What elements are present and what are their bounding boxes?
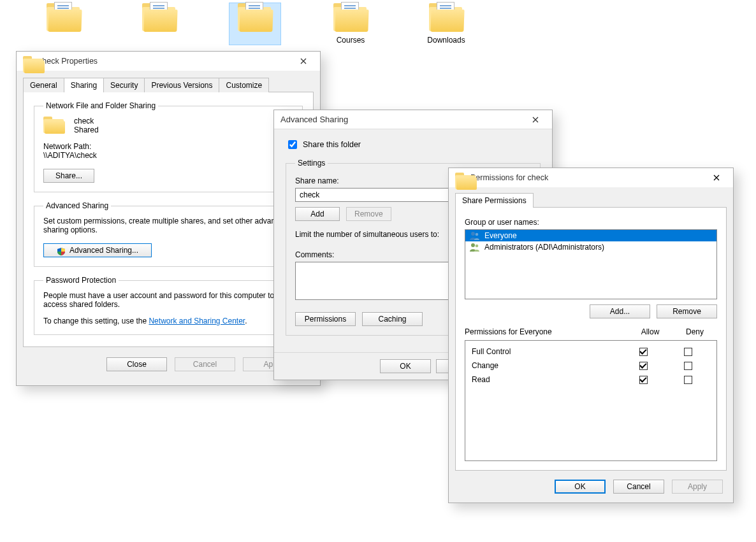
group-legend: Password Protection (43, 276, 119, 285)
titlebar[interactable]: check Properties (17, 52, 320, 71)
share-state-text: Shared (74, 125, 99, 134)
network-path-label: Network Path: (43, 142, 293, 151)
password-protection-group: Password Protection People must have a u… (34, 276, 303, 335)
permissions-dialog: Permissions for check Share Permissions … (448, 168, 734, 503)
folder-icon (43, 117, 65, 134)
password-text: People must have a user account and pass… (43, 291, 293, 309)
permissions-for-label: Permissions for Everyone (465, 327, 628, 336)
folder-icon (333, 3, 368, 32)
tab-share-permissions[interactable]: Share Permissions (455, 193, 534, 208)
period: . (245, 317, 247, 325)
window-title: check Properties (38, 57, 291, 66)
add-user-button[interactable]: Add... (590, 304, 650, 318)
allow-column-header: Allow (628, 327, 672, 336)
user-list[interactable]: Everyone Administrators (ADI\Administrat… (465, 229, 717, 299)
deny-checkbox[interactable] (684, 348, 692, 356)
add-share-button[interactable]: Add (295, 207, 340, 221)
network-path-value: \\ADITYA\check (43, 151, 293, 160)
group-legend: Advanced Sharing (43, 201, 111, 210)
user-name: Everyone (484, 231, 517, 240)
ok-button[interactable]: OK (555, 480, 606, 494)
users-icon (469, 243, 481, 252)
share-this-folder-checkbox[interactable]: Share this folder (286, 138, 541, 151)
permission-row: Read (472, 373, 710, 387)
deny-checkbox[interactable] (684, 376, 692, 384)
share-this-folder-input[interactable] (288, 140, 297, 149)
user-row[interactable]: Everyone (465, 230, 716, 241)
remove-share-button[interactable]: Remove (346, 207, 391, 221)
titlebar[interactable]: Permissions for check (449, 168, 733, 187)
group-user-names-label: Group or user names: (465, 218, 717, 227)
share-name-text: check (74, 117, 99, 125)
window-title: Advanced Sharing (280, 115, 523, 124)
permission-label: Read (472, 375, 621, 384)
folder-icon (47, 3, 82, 32)
caching-button[interactable]: Caching (362, 312, 423, 326)
tab-previous-versions[interactable]: Previous Versions (144, 78, 219, 92)
folder-icon (23, 56, 33, 66)
group-legend: Network File and Folder Sharing (43, 101, 158, 110)
network-sharing-group: Network File and Folder Sharing check Sh… (34, 101, 303, 192)
close-button[interactable]: Close (106, 357, 167, 371)
close-button[interactable] (523, 113, 548, 127)
share-button[interactable]: Share... (43, 169, 94, 183)
folder-label: Downloads (427, 36, 465, 45)
folder-item[interactable]: Courses (325, 3, 376, 45)
window-title: Permissions for check (470, 173, 704, 182)
tab-sharing[interactable]: Sharing (64, 78, 104, 92)
allow-checkbox[interactable] (639, 362, 648, 370)
cancel-button[interactable]: Cancel (175, 357, 235, 371)
advanced-sharing-button[interactable]: Advanced Sharing... (43, 243, 152, 257)
allow-checkbox[interactable] (639, 376, 648, 384)
desktop-folders: Courses Downloads (38, 3, 472, 45)
folder-item[interactable] (134, 3, 185, 45)
cancel-button[interactable]: Cancel (613, 480, 664, 494)
password-change-text: To change this setting, use the (43, 317, 149, 325)
apply-button[interactable]: Apply (672, 480, 723, 494)
folder-item[interactable]: Downloads (421, 3, 472, 45)
remove-user-button[interactable]: Remove (657, 304, 717, 318)
folder-label: Courses (337, 36, 365, 45)
tab-panel-sharing: Network File and Folder Sharing check Sh… (23, 92, 314, 347)
tab-security[interactable]: Security (103, 78, 145, 92)
deny-checkbox[interactable] (684, 362, 692, 370)
deny-column-header: Deny (672, 327, 717, 336)
share-this-folder-label: Share this folder (303, 140, 361, 149)
svg-point-1 (476, 233, 479, 236)
svg-point-3 (476, 245, 479, 248)
permission-row: Full Control (472, 345, 710, 359)
advanced-sharing-group: Advanced Sharing Set custom permissions,… (34, 201, 303, 267)
tab-customize[interactable]: Customize (219, 78, 269, 92)
folder-icon (429, 3, 464, 32)
close-button[interactable] (704, 171, 729, 185)
svg-point-0 (471, 232, 475, 236)
shield-icon (57, 247, 66, 256)
user-name: Administrators (ADI\Administrators) (484, 243, 604, 252)
user-row[interactable]: Administrators (ADI\Administrators) (465, 241, 716, 253)
permissions-button[interactable]: Permissions (295, 312, 356, 326)
titlebar[interactable]: Advanced Sharing (274, 110, 552, 129)
tabs: General Sharing Security Previous Versio… (23, 78, 314, 92)
folder-icon (238, 3, 273, 32)
allow-checkbox[interactable] (639, 348, 648, 356)
tab-general[interactable]: General (23, 78, 64, 92)
folder-item[interactable] (38, 3, 89, 45)
network-sharing-center-link[interactable]: Network and Sharing Center (149, 317, 245, 325)
advanced-sharing-text: Set custom permissions, create multiple … (43, 217, 293, 234)
permission-row: Change (472, 359, 710, 373)
folder-icon (142, 3, 177, 32)
svg-point-2 (471, 243, 475, 247)
permission-label: Change (472, 361, 621, 370)
users-icon (469, 231, 481, 240)
permission-label: Full Control (472, 347, 621, 356)
folder-icon (455, 173, 465, 183)
advanced-sharing-button-label: Advanced Sharing... (69, 246, 138, 255)
ok-button[interactable]: OK (380, 359, 431, 373)
permissions-table: Full Control Change Read (465, 340, 717, 461)
close-button[interactable] (291, 54, 316, 68)
folder-item[interactable] (229, 3, 280, 45)
group-legend: Settings (295, 159, 328, 168)
